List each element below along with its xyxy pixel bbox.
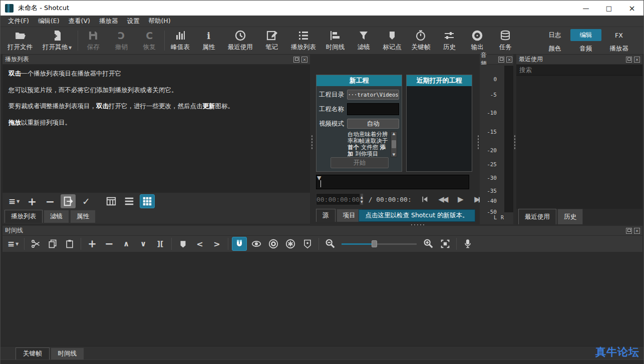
ripple-all-tracks-button[interactable] (283, 237, 298, 251)
properties-button[interactable]: i 属性 (195, 28, 223, 54)
layout-player-button[interactable]: 播放器 (601, 43, 636, 55)
playlist-update-button[interactable]: ✓ (79, 194, 94, 208)
menu-help[interactable]: 帮助(H) (144, 16, 175, 27)
scrollbar-thumb[interactable] (392, 140, 396, 148)
markers-button[interactable]: 标记点 (378, 28, 407, 54)
minimize-button[interactable]: — (574, 1, 597, 16)
float-panel-icon[interactable] (498, 57, 504, 63)
close-panel-icon[interactable]: × (634, 228, 640, 234)
layout-fx-button[interactable]: FX (601, 29, 636, 41)
float-panel-icon[interactable] (626, 57, 632, 63)
timeline-zoom-slider[interactable] (342, 237, 417, 251)
project-folder-button[interactable]: ···trator\Videos (347, 90, 399, 100)
scroll-up-icon[interactable]: ▲ (393, 132, 395, 136)
splitter-grip[interactable] (477, 135, 479, 150)
scrub-while-dragging-button[interactable] (249, 237, 264, 251)
view-details-button[interactable] (104, 194, 119, 208)
tab-recent[interactable]: 最近使用 (518, 209, 556, 224)
splitter-grip[interactable] (311, 135, 313, 150)
recent-button[interactable]: 最近使用 (223, 28, 258, 54)
snap-toggle-button[interactable] (232, 237, 247, 251)
tab-keyframes[interactable]: 关键帧 (16, 347, 50, 359)
search-input[interactable] (516, 65, 642, 75)
tab-source[interactable]: 源 (316, 209, 336, 222)
overwrite-button[interactable]: ∨ (136, 237, 151, 251)
export-button[interactable]: 输出 (463, 28, 491, 54)
tab-timeline[interactable]: 时间线 (51, 347, 85, 359)
menu-player[interactable]: 播放器 (95, 16, 123, 27)
playlist-remove-button[interactable]: − (43, 194, 58, 208)
timeline-menu-button[interactable]: ≡▼ (6, 237, 21, 251)
float-panel-icon[interactable] (293, 57, 299, 63)
ripple-markers-button[interactable] (300, 237, 315, 251)
timeline-button[interactable]: 时间线 (321, 28, 350, 54)
append-button[interactable]: + (85, 237, 100, 251)
save-button[interactable]: 保存 (79, 28, 107, 54)
scroll-down-icon[interactable]: ▼ (393, 153, 395, 157)
project-name-input[interactable] (347, 103, 399, 115)
update-notification-button[interactable]: 点击这里以检查 Shotcut 的新版本。 (359, 209, 475, 222)
close-panel-icon[interactable]: × (301, 57, 307, 63)
close-panel-icon[interactable]: × (506, 57, 512, 63)
recent-projects-list[interactable] (407, 86, 472, 171)
record-audio-button[interactable] (460, 237, 475, 251)
zoom-out-button[interactable] (323, 237, 338, 251)
open-other-button[interactable]: 打开其他▼ (38, 28, 77, 54)
playlist-open-button[interactable] (61, 194, 76, 208)
menu-view[interactable]: 查看(V) (64, 16, 95, 27)
ripple-delete-button[interactable]: − (102, 237, 117, 251)
current-timecode[interactable]: 00:00:00:00 (316, 193, 360, 205)
ripple-toggle-button[interactable] (266, 237, 281, 251)
zoom-fit-button[interactable] (438, 237, 453, 251)
tab-history[interactable]: 历史 (557, 209, 583, 224)
tab-filters[interactable]: 滤镜 (44, 210, 69, 223)
tab-playlist[interactable]: 播放列表 (5, 210, 43, 223)
peak-meter-button[interactable]: 峰值表 (166, 28, 195, 54)
playlist-button[interactable]: 播放列表 (286, 28, 321, 54)
recent-files-list[interactable] (516, 76, 642, 209)
next-marker-button[interactable]: > (209, 237, 224, 251)
start-button[interactable]: 开始 (331, 157, 389, 168)
hint-scrollbar[interactable]: ▲ ▼ (391, 131, 397, 157)
keyframes-button[interactable]: 关键帧 (407, 28, 436, 54)
filters-button[interactable]: 滤镜 (350, 28, 378, 54)
view-icons-button[interactable] (140, 194, 155, 208)
float-panel-icon[interactable] (626, 228, 632, 234)
close-button[interactable]: × (620, 1, 643, 16)
rewind-button[interactable]: ◀◀ (437, 194, 449, 204)
video-mode-button[interactable]: 自动 (347, 119, 399, 129)
timecode-spinner[interactable]: ▲ ▼ (360, 193, 364, 205)
layout-color-button[interactable]: 颜色 (539, 43, 570, 55)
playlist-append-button[interactable]: + (25, 194, 40, 208)
menu-edit[interactable]: 编辑(E) (34, 16, 64, 27)
tab-project[interactable]: 项目 (337, 209, 362, 222)
menu-settings[interactable]: 设置 (122, 16, 144, 27)
menu-file[interactable]: 文件(F) (4, 16, 34, 27)
playlist-menu-button[interactable]: ≡▼ (7, 194, 22, 208)
lift-button[interactable]: ∧ (119, 237, 134, 251)
copy-button[interactable] (45, 237, 60, 251)
splitter-grip[interactable] (514, 135, 516, 150)
maximize-button[interactable]: □ (597, 1, 620, 16)
seek-bar[interactable]: ▼ (316, 175, 469, 189)
cut-button[interactable] (28, 237, 43, 251)
close-panel-icon[interactable]: × (634, 57, 640, 63)
play-button[interactable]: ▶ (455, 194, 467, 204)
tab-properties[interactable]: 属性 (70, 210, 96, 223)
view-tiles-button[interactable] (122, 194, 137, 208)
layout-logging-button[interactable]: 日志 (539, 29, 570, 41)
redo-button[interactable]: C 恢复 (135, 28, 163, 54)
split-button[interactable]: ][ (153, 237, 168, 251)
create-marker-button[interactable] (175, 237, 190, 251)
open-file-button[interactable]: 打开文件 (3, 28, 38, 54)
skip-to-start-button[interactable] (419, 194, 431, 204)
layout-audio-button[interactable]: 音频 (570, 43, 601, 55)
layout-editing-button[interactable]: 编辑 (570, 29, 601, 41)
timeline-tracks-area[interactable] (3, 252, 642, 346)
history-button[interactable]: 历史 (435, 28, 463, 54)
zoom-in-button[interactable] (421, 237, 436, 251)
previous-marker-button[interactable]: < (192, 237, 207, 251)
slider-thumb[interactable] (372, 240, 377, 247)
notes-button[interactable]: 笔记 (258, 28, 286, 54)
paste-button[interactable] (62, 237, 77, 251)
